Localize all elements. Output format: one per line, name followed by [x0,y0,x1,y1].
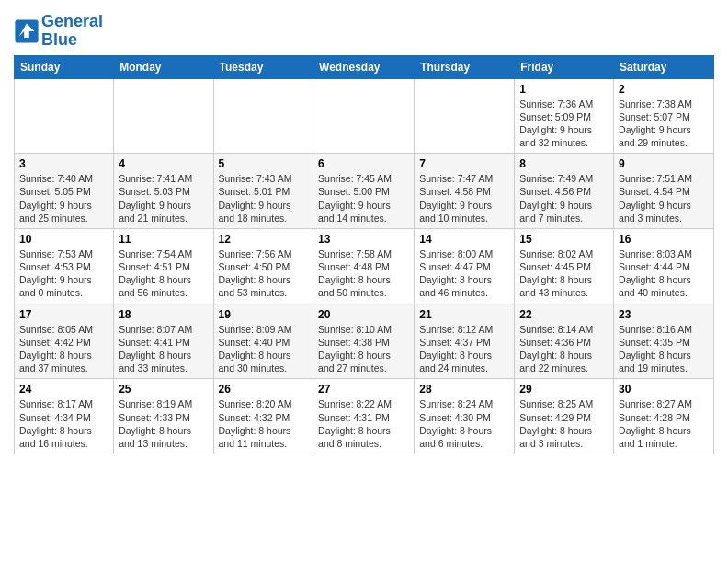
page-header: General Blue [14,9,714,50]
calendar-cell: 23Sunrise: 8:16 AM Sunset: 4:35 PM Dayli… [614,304,714,379]
logo-text: General Blue [41,13,103,50]
day-number: 4 [119,157,208,170]
calendar-cell: 28Sunrise: 8:24 AM Sunset: 4:30 PM Dayli… [415,379,515,454]
day-info: Sunrise: 8:24 AM Sunset: 4:30 PM Dayligh… [419,397,509,450]
calendar-cell: 12Sunrise: 7:56 AM Sunset: 4:50 PM Dayli… [213,228,313,304]
calendar-week-row: 1Sunrise: 7:36 AM Sunset: 5:09 PM Daylig… [15,78,714,154]
day-info: Sunrise: 8:12 AM Sunset: 4:37 PM Dayligh… [419,323,509,375]
day-number: 1 [519,83,609,96]
day-info: Sunrise: 7:53 AM Sunset: 4:53 PM Dayligh… [19,247,108,300]
day-info: Sunrise: 8:00 AM Sunset: 4:47 PM Dayligh… [419,247,509,300]
calendar-cell: 21Sunrise: 8:12 AM Sunset: 4:37 PM Dayli… [415,304,515,379]
calendar-cell: 4Sunrise: 7:41 AM Sunset: 5:03 PM Daylig… [114,154,213,229]
day-number: 10 [19,233,108,246]
day-info: Sunrise: 8:03 AM Sunset: 4:44 PM Dayligh… [619,247,709,300]
day-info: Sunrise: 7:56 AM Sunset: 4:50 PM Dayligh… [219,247,309,300]
calendar-cell: 10Sunrise: 7:53 AM Sunset: 4:53 PM Dayli… [15,228,114,304]
day-number: 15 [519,233,609,246]
calendar-cell: 17Sunrise: 8:05 AM Sunset: 4:42 PM Dayli… [15,304,114,379]
calendar-cell: 24Sunrise: 8:17 AM Sunset: 4:34 PM Dayli… [15,379,114,454]
day-info: Sunrise: 7:41 AM Sunset: 5:03 PM Dayligh… [119,172,208,224]
day-number: 6 [318,157,409,170]
day-info: Sunrise: 8:25 AM Sunset: 4:29 PM Dayligh… [519,397,609,450]
logo: General Blue [14,13,103,50]
day-number: 17 [19,308,108,321]
day-number: 8 [519,157,609,170]
logo-icon [14,18,40,44]
calendar-cell: 11Sunrise: 7:54 AM Sunset: 4:51 PM Dayli… [114,228,213,304]
calendar-cell: 8Sunrise: 7:49 AM Sunset: 4:56 PM Daylig… [515,154,614,229]
day-number: 28 [419,383,509,396]
day-number: 9 [619,157,709,170]
day-info: Sunrise: 8:27 AM Sunset: 4:28 PM Dayligh… [619,397,709,450]
day-info: Sunrise: 7:40 AM Sunset: 5:05 PM Dayligh… [19,172,108,224]
calendar-cell [415,78,515,154]
calendar-cell: 6Sunrise: 7:45 AM Sunset: 5:00 PM Daylig… [313,154,415,229]
calendar-cell: 19Sunrise: 8:09 AM Sunset: 4:40 PM Dayli… [213,304,313,379]
day-number: 26 [219,383,309,396]
day-info: Sunrise: 8:19 AM Sunset: 4:33 PM Dayligh… [119,397,208,450]
calendar-cell: 25Sunrise: 8:19 AM Sunset: 4:33 PM Dayli… [114,379,213,454]
day-number: 16 [619,233,709,246]
day-info: Sunrise: 8:05 AM Sunset: 4:42 PM Dayligh… [19,323,108,375]
day-info: Sunrise: 8:02 AM Sunset: 4:45 PM Dayligh… [519,247,609,300]
weekday-header: Sunday [15,55,114,78]
calendar-cell [313,78,415,154]
day-info: Sunrise: 7:54 AM Sunset: 4:51 PM Dayligh… [119,247,208,300]
day-number: 27 [318,383,409,396]
day-info: Sunrise: 7:38 AM Sunset: 5:07 PM Dayligh… [619,98,709,150]
day-number: 19 [219,308,309,321]
day-number: 21 [419,308,509,321]
calendar-header-row: SundayMondayTuesdayWednesdayThursdayFrid… [15,55,714,78]
day-number: 20 [318,308,409,321]
weekday-header: Thursday [415,55,515,78]
calendar-cell: 26Sunrise: 8:20 AM Sunset: 4:32 PM Dayli… [213,379,313,454]
day-number: 22 [519,308,609,321]
day-number: 5 [219,157,309,170]
calendar-cell: 2Sunrise: 7:38 AM Sunset: 5:07 PM Daylig… [614,78,714,154]
weekday-header: Monday [114,55,213,78]
calendar-table: SundayMondayTuesdayWednesdayThursdayFrid… [14,55,714,454]
day-number: 30 [619,383,709,396]
day-info: Sunrise: 7:43 AM Sunset: 5:01 PM Dayligh… [219,172,309,224]
weekday-header: Saturday [614,55,714,78]
day-info: Sunrise: 7:58 AM Sunset: 4:48 PM Dayligh… [318,247,409,300]
day-info: Sunrise: 8:09 AM Sunset: 4:40 PM Dayligh… [219,323,309,375]
calendar-cell: 30Sunrise: 8:27 AM Sunset: 4:28 PM Dayli… [614,379,714,454]
day-number: 25 [119,383,208,396]
calendar-cell: 7Sunrise: 7:47 AM Sunset: 4:58 PM Daylig… [415,154,515,229]
day-info: Sunrise: 8:20 AM Sunset: 4:32 PM Dayligh… [219,397,309,450]
day-number: 23 [619,308,709,321]
day-number: 11 [119,233,208,246]
day-info: Sunrise: 8:17 AM Sunset: 4:34 PM Dayligh… [19,397,108,450]
calendar-week-row: 10Sunrise: 7:53 AM Sunset: 4:53 PM Dayli… [15,228,714,304]
day-info: Sunrise: 8:07 AM Sunset: 4:41 PM Dayligh… [119,323,208,375]
calendar-cell: 9Sunrise: 7:51 AM Sunset: 4:54 PM Daylig… [614,154,714,229]
day-number: 2 [619,83,709,96]
day-info: Sunrise: 8:14 AM Sunset: 4:36 PM Dayligh… [519,323,609,375]
day-info: Sunrise: 7:36 AM Sunset: 5:09 PM Dayligh… [519,98,609,150]
calendar-cell: 16Sunrise: 8:03 AM Sunset: 4:44 PM Dayli… [614,228,714,304]
calendar-cell: 29Sunrise: 8:25 AM Sunset: 4:29 PM Dayli… [515,379,614,454]
calendar-cell: 14Sunrise: 8:00 AM Sunset: 4:47 PM Dayli… [415,228,515,304]
day-info: Sunrise: 7:45 AM Sunset: 5:00 PM Dayligh… [318,172,409,224]
calendar-cell [15,78,114,154]
calendar-week-row: 24Sunrise: 8:17 AM Sunset: 4:34 PM Dayli… [15,379,714,454]
day-info: Sunrise: 8:22 AM Sunset: 4:31 PM Dayligh… [318,397,409,450]
calendar-week-row: 3Sunrise: 7:40 AM Sunset: 5:05 PM Daylig… [15,154,714,229]
day-number: 18 [119,308,208,321]
calendar-cell [114,78,213,154]
weekday-header: Wednesday [313,55,415,78]
calendar-cell: 15Sunrise: 8:02 AM Sunset: 4:45 PM Dayli… [515,228,614,304]
day-info: Sunrise: 7:49 AM Sunset: 4:56 PM Dayligh… [519,172,609,224]
day-number: 7 [419,157,509,170]
day-number: 14 [419,233,509,246]
calendar-cell [213,78,313,154]
day-info: Sunrise: 7:51 AM Sunset: 4:54 PM Dayligh… [619,172,709,224]
day-number: 3 [19,157,108,170]
calendar-cell: 13Sunrise: 7:58 AM Sunset: 4:48 PM Dayli… [313,228,415,304]
day-number: 24 [19,383,108,396]
calendar-cell: 18Sunrise: 8:07 AM Sunset: 4:41 PM Dayli… [114,304,213,379]
calendar-cell: 27Sunrise: 8:22 AM Sunset: 4:31 PM Dayli… [313,379,415,454]
day-info: Sunrise: 7:47 AM Sunset: 4:58 PM Dayligh… [419,172,509,224]
